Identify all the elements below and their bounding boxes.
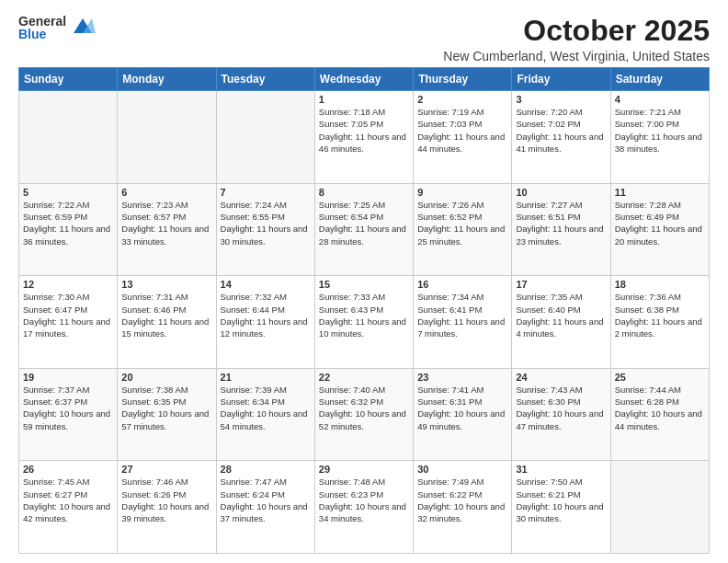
day-header-sunday: Sunday — [19, 68, 118, 91]
calendar-cell: 18Sunrise: 7:36 AM Sunset: 6:38 PM Dayli… — [610, 276, 709, 369]
page: General Blue October 2025 New Cumberland… — [0, 0, 728, 563]
day-info: Sunrise: 7:33 AM Sunset: 6:43 PM Dayligh… — [319, 291, 409, 339]
calendar-cell: 12Sunrise: 7:30 AM Sunset: 6:47 PM Dayli… — [19, 276, 118, 369]
day-info: Sunrise: 7:21 AM Sunset: 7:00 PM Dayligh… — [615, 106, 705, 155]
day-info: Sunrise: 7:39 AM Sunset: 6:34 PM Dayligh… — [221, 384, 311, 432]
header: General Blue October 2025 New Cumberland… — [18, 15, 710, 63]
day-info: Sunrise: 7:36 AM Sunset: 6:38 PM Dayligh… — [615, 291, 705, 339]
day-number: 11 — [615, 187, 705, 198]
calendar-cell: 2Sunrise: 7:19 AM Sunset: 7:03 PM Daylig… — [414, 91, 512, 184]
header-row: SundayMondayTuesdayWednesdayThursdayFrid… — [19, 68, 710, 91]
day-number: 12 — [23, 279, 113, 290]
calendar-cell: 14Sunrise: 7:32 AM Sunset: 6:44 PM Dayli… — [216, 276, 314, 369]
day-number: 21 — [221, 372, 311, 383]
day-number: 10 — [516, 187, 606, 198]
day-number: 9 — [417, 187, 507, 198]
day-number: 19 — [23, 372, 113, 383]
day-number: 26 — [23, 464, 113, 475]
day-info: Sunrise: 7:30 AM Sunset: 6:47 PM Dayligh… — [23, 291, 113, 339]
day-info: Sunrise: 7:18 AM Sunset: 7:05 PM Dayligh… — [319, 106, 409, 155]
day-info: Sunrise: 7:50 AM Sunset: 6:21 PM Dayligh… — [516, 476, 606, 524]
calendar-cell: 17Sunrise: 7:35 AM Sunset: 6:40 PM Dayli… — [512, 276, 610, 369]
day-info: Sunrise: 7:37 AM Sunset: 6:37 PM Dayligh… — [23, 384, 113, 432]
calendar-cell: 23Sunrise: 7:41 AM Sunset: 6:31 PM Dayli… — [414, 368, 512, 461]
day-number: 7 — [221, 187, 311, 198]
day-info: Sunrise: 7:49 AM Sunset: 6:22 PM Dayligh… — [417, 476, 507, 524]
logo: General Blue — [18, 15, 96, 40]
day-info: Sunrise: 7:25 AM Sunset: 6:54 PM Dayligh… — [319, 199, 409, 247]
calendar-cell: 4Sunrise: 7:21 AM Sunset: 7:00 PM Daylig… — [610, 91, 709, 184]
calendar-cell: 9Sunrise: 7:26 AM Sunset: 6:52 PM Daylig… — [414, 183, 512, 276]
day-number: 29 — [319, 464, 409, 475]
calendar-cell — [216, 91, 314, 184]
day-info: Sunrise: 7:28 AM Sunset: 6:49 PM Dayligh… — [615, 199, 705, 247]
day-number: 18 — [615, 279, 705, 290]
calendar-table: SundayMondayTuesdayWednesdayThursdayFrid… — [18, 67, 710, 554]
day-info: Sunrise: 7:24 AM Sunset: 6:55 PM Dayligh… — [221, 199, 311, 247]
day-info: Sunrise: 7:47 AM Sunset: 6:24 PM Dayligh… — [221, 476, 311, 524]
logo-icon — [70, 15, 96, 40]
logo-text: General Blue — [18, 15, 66, 40]
calendar-cell: 22Sunrise: 7:40 AM Sunset: 6:32 PM Dayli… — [314, 368, 413, 461]
day-header-friday: Friday — [512, 68, 610, 91]
calendar-cell: 25Sunrise: 7:44 AM Sunset: 6:28 PM Dayli… — [610, 368, 709, 461]
calendar-cell: 16Sunrise: 7:34 AM Sunset: 6:41 PM Dayli… — [414, 276, 512, 369]
calendar-cell: 3Sunrise: 7:20 AM Sunset: 7:02 PM Daylig… — [512, 91, 610, 184]
calendar-cell: 6Sunrise: 7:23 AM Sunset: 6:57 PM Daylig… — [118, 183, 216, 276]
day-header-monday: Monday — [118, 68, 216, 91]
calendar-cell: 29Sunrise: 7:48 AM Sunset: 6:23 PM Dayli… — [314, 461, 413, 554]
day-info: Sunrise: 7:40 AM Sunset: 6:32 PM Dayligh… — [319, 384, 409, 432]
day-number: 24 — [516, 372, 606, 383]
day-info: Sunrise: 7:20 AM Sunset: 7:02 PM Dayligh… — [516, 106, 606, 155]
calendar-cell: 1Sunrise: 7:18 AM Sunset: 7:05 PM Daylig… — [314, 91, 413, 184]
day-info: Sunrise: 7:34 AM Sunset: 6:41 PM Dayligh… — [417, 291, 507, 339]
calendar-cell: 24Sunrise: 7:43 AM Sunset: 6:30 PM Dayli… — [512, 368, 610, 461]
week-row-1: 5Sunrise: 7:22 AM Sunset: 6:59 PM Daylig… — [19, 183, 710, 276]
calendar-cell: 8Sunrise: 7:25 AM Sunset: 6:54 PM Daylig… — [314, 183, 413, 276]
day-info: Sunrise: 7:46 AM Sunset: 6:26 PM Dayligh… — [121, 476, 211, 524]
day-number: 30 — [417, 464, 507, 475]
week-row-3: 19Sunrise: 7:37 AM Sunset: 6:37 PM Dayli… — [19, 368, 710, 461]
day-info: Sunrise: 7:43 AM Sunset: 6:30 PM Dayligh… — [516, 384, 606, 432]
day-number: 28 — [221, 464, 311, 475]
day-info: Sunrise: 7:41 AM Sunset: 6:31 PM Dayligh… — [417, 384, 507, 432]
calendar-cell: 10Sunrise: 7:27 AM Sunset: 6:51 PM Dayli… — [512, 183, 610, 276]
day-number: 25 — [615, 372, 705, 383]
day-number: 23 — [417, 372, 507, 383]
day-info: Sunrise: 7:23 AM Sunset: 6:57 PM Dayligh… — [121, 199, 211, 247]
calendar-cell: 7Sunrise: 7:24 AM Sunset: 6:55 PM Daylig… — [216, 183, 314, 276]
calendar-cell — [19, 91, 118, 184]
calendar-cell: 13Sunrise: 7:31 AM Sunset: 6:46 PM Dayli… — [118, 276, 216, 369]
calendar-cell: 21Sunrise: 7:39 AM Sunset: 6:34 PM Dayli… — [216, 368, 314, 461]
calendar-cell: 26Sunrise: 7:45 AM Sunset: 6:27 PM Dayli… — [19, 461, 118, 554]
calendar-cell: 19Sunrise: 7:37 AM Sunset: 6:37 PM Dayli… — [19, 368, 118, 461]
day-info: Sunrise: 7:44 AM Sunset: 6:28 PM Dayligh… — [615, 384, 705, 432]
calendar-cell: 20Sunrise: 7:38 AM Sunset: 6:35 PM Dayli… — [118, 368, 216, 461]
calendar-cell: 27Sunrise: 7:46 AM Sunset: 6:26 PM Dayli… — [118, 461, 216, 554]
week-row-2: 12Sunrise: 7:30 AM Sunset: 6:47 PM Dayli… — [19, 276, 710, 369]
day-number: 31 — [516, 464, 606, 475]
week-row-4: 26Sunrise: 7:45 AM Sunset: 6:27 PM Dayli… — [19, 461, 710, 554]
calendar-cell: 31Sunrise: 7:50 AM Sunset: 6:21 PM Dayli… — [512, 461, 610, 554]
day-info: Sunrise: 7:45 AM Sunset: 6:27 PM Dayligh… — [23, 476, 113, 524]
day-number: 17 — [516, 279, 606, 290]
day-header-wednesday: Wednesday — [314, 68, 413, 91]
logo-blue: Blue — [18, 28, 66, 40]
day-info: Sunrise: 7:22 AM Sunset: 6:59 PM Dayligh… — [23, 199, 113, 247]
logo-general: General — [18, 15, 66, 28]
day-number: 16 — [417, 279, 507, 290]
day-number: 8 — [319, 187, 409, 198]
day-header-tuesday: Tuesday — [216, 68, 314, 91]
subtitle: New Cumberland, West Virginia, United St… — [443, 49, 710, 63]
day-header-thursday: Thursday — [414, 68, 512, 91]
day-info: Sunrise: 7:19 AM Sunset: 7:03 PM Dayligh… — [417, 106, 507, 155]
day-info: Sunrise: 7:48 AM Sunset: 6:23 PM Dayligh… — [319, 476, 409, 524]
calendar-cell — [610, 461, 709, 554]
day-info: Sunrise: 7:32 AM Sunset: 6:44 PM Dayligh… — [221, 291, 311, 339]
day-header-saturday: Saturday — [610, 68, 709, 91]
day-number: 20 — [121, 372, 211, 383]
day-number: 22 — [319, 372, 409, 383]
calendar-cell — [118, 91, 216, 184]
day-number: 1 — [319, 94, 409, 105]
day-number: 6 — [121, 187, 211, 198]
